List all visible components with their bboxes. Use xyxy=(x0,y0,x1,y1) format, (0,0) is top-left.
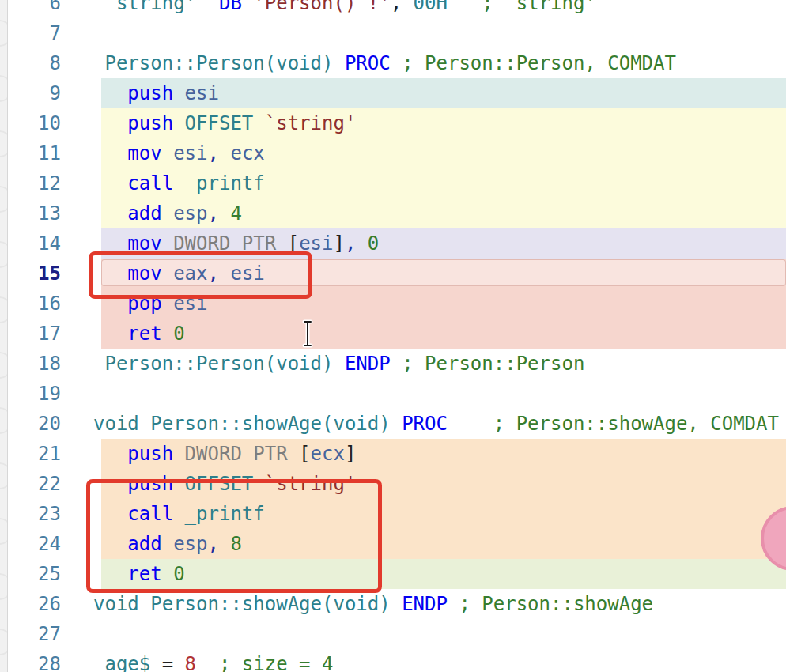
token-teal: void Person::showAge(void) xyxy=(93,593,391,615)
code-line-24[interactable]: 24 add esp, 8 xyxy=(8,529,786,559)
code-text[interactable]: Person::Person(void) ENDP ; Person::Pers… xyxy=(93,349,584,379)
token-kw: PROC xyxy=(402,413,448,435)
token-pl xyxy=(391,52,402,74)
token-teal: _printf xyxy=(185,503,265,525)
token-pl xyxy=(162,142,173,164)
token-pl xyxy=(93,503,127,525)
token-num: 8 xyxy=(230,533,241,555)
token-cmt: ; `string' xyxy=(482,0,596,14)
code-line-8[interactable]: 8 Person::Person(void) PROC ; Person::Pe… xyxy=(8,48,786,78)
code-line-14[interactable]: 14 mov DWORD PTR [esi], 0 xyxy=(8,228,786,259)
line-number-20[interactable]: 20 xyxy=(8,409,61,439)
line-number-23[interactable]: 23 xyxy=(8,499,61,529)
token-teal: OFFSET xyxy=(185,473,254,495)
strip-pattern-circle xyxy=(0,629,8,655)
line-number-8[interactable]: 8 xyxy=(8,48,61,78)
line-number-17[interactable]: 17 xyxy=(8,319,61,349)
code-line-11[interactable]: 11 mov esi, ecx xyxy=(8,138,786,168)
token-pl xyxy=(93,262,127,285)
code-text[interactable]: ret 0 xyxy=(93,319,185,349)
code-line-20[interactable]: 20void Person::showAge(void) PROC ; Pers… xyxy=(8,409,786,439)
code-text[interactable]: mov esi, ecx xyxy=(93,138,265,168)
code-text[interactable]: call _printf xyxy=(93,499,265,529)
token-kw: push xyxy=(127,473,173,495)
token-str: `string' xyxy=(265,112,357,134)
code-text[interactable]: void Person::showAge(void) PROC ; Person… xyxy=(93,409,779,439)
token-pl xyxy=(93,653,104,672)
token-reg: esi xyxy=(185,82,219,104)
line-number-13[interactable]: 13 xyxy=(8,198,61,228)
token-pl xyxy=(391,593,402,615)
token-pl xyxy=(391,353,402,375)
line-number-22[interactable]: 22 xyxy=(8,469,61,499)
token-teal: void Person::showAge(void) xyxy=(93,413,391,435)
code-text[interactable]: call _printf xyxy=(93,168,265,198)
line-number-25[interactable]: 25 xyxy=(8,559,61,589)
token-pl xyxy=(93,112,127,134)
line-number-10[interactable]: 10 xyxy=(8,108,61,138)
line-number-26[interactable]: 26 xyxy=(8,589,61,619)
code-line-19[interactable]: 19 xyxy=(8,379,786,409)
line-number-28[interactable]: 28 xyxy=(8,649,61,672)
token-reg: esp xyxy=(173,202,207,225)
code-text[interactable]: pop esi xyxy=(93,289,208,319)
code-text[interactable]: push OFFSET `string' xyxy=(93,108,356,138)
code-text[interactable]: mov eax, esi xyxy=(93,259,265,289)
token-pl: , xyxy=(391,0,414,14)
code-text[interactable]: `string' DB 'Person() !', 00H ; `string' xyxy=(93,0,596,18)
code-line-17[interactable]: 17 ret 0 xyxy=(8,319,786,349)
line-number-6[interactable]: 6 xyxy=(8,0,61,18)
code-text[interactable]: push OFFSET `string' xyxy=(93,469,356,499)
code-line-12[interactable]: 12 call _printf xyxy=(8,168,786,198)
code-line-26[interactable]: 26void Person::showAge(void) ENDP ; Pers… xyxy=(8,589,786,619)
code-line-7[interactable]: 7 xyxy=(8,18,786,48)
code-text[interactable]: age$ = 8 ; size = 4 xyxy=(93,649,333,672)
code-text[interactable]: push esi xyxy=(93,78,219,108)
token-reg: esp xyxy=(173,533,207,555)
code-line-23[interactable]: 23 call _printf xyxy=(8,499,786,529)
code-text[interactable]: add esp, 8 xyxy=(93,529,242,559)
line-number-18[interactable]: 18 xyxy=(8,349,61,379)
code-line-6[interactable]: 6 `string' DB 'Person() !', 00H ; `strin… xyxy=(8,0,786,18)
token-kw: ENDP xyxy=(402,593,448,615)
code-line-9[interactable]: 9 push esi xyxy=(8,78,786,108)
code-text[interactable]: void Person::showAge(void) ENDP ; Person… xyxy=(93,589,653,619)
code-line-25[interactable]: 25 ret 0 xyxy=(8,559,786,589)
code-line-27[interactable]: 27 xyxy=(8,619,786,649)
token-pl xyxy=(93,533,127,555)
token-pl xyxy=(93,202,127,225)
line-number-27[interactable]: 27 xyxy=(8,619,61,649)
token-pl: [ xyxy=(288,443,311,465)
line-number-14[interactable]: 14 xyxy=(8,228,61,259)
token-cmt: ; Person::Person, COMDAT xyxy=(402,52,676,74)
token-pl xyxy=(93,52,104,74)
code-editor-pane[interactable]: 6 `string' DB 'Person() !', 00H ; `strin… xyxy=(8,0,786,672)
line-number-7[interactable]: 7 xyxy=(8,18,61,48)
token-pl xyxy=(173,82,184,104)
line-number-9[interactable]: 9 xyxy=(8,78,61,108)
code-line-15[interactable]: 15 mov eax, esi xyxy=(8,259,786,289)
line-number-16[interactable]: 16 xyxy=(8,289,61,319)
line-number-11[interactable]: 11 xyxy=(8,138,61,168)
code-text[interactable]: push DWORD PTR [ecx] xyxy=(93,439,356,469)
line-number-21[interactable]: 21 xyxy=(8,439,61,469)
code-line-13[interactable]: 13 add esp, 4 xyxy=(8,198,786,228)
line-number-15[interactable]: 15 xyxy=(8,259,61,289)
token-pl xyxy=(448,0,482,14)
code-line-10[interactable]: 10 push OFFSET `string' xyxy=(8,108,786,138)
token-pl xyxy=(93,172,127,194)
line-number-24[interactable]: 24 xyxy=(8,529,61,559)
line-number-12[interactable]: 12 xyxy=(8,168,61,198)
code-line-18[interactable]: 18 Person::Person(void) ENDP ; Person::P… xyxy=(8,349,786,379)
code-text[interactable]: add esp, 4 xyxy=(93,198,242,228)
code-text[interactable]: Person::Person(void) PROC ; Person::Pers… xyxy=(93,48,676,78)
code-text[interactable]: ret 0 xyxy=(93,559,185,589)
token-cmt: ; size = 4 xyxy=(219,653,334,672)
line-number-19[interactable]: 19 xyxy=(8,379,61,409)
code-line-28[interactable]: 28 age$ = 8 ; size = 4 xyxy=(8,649,786,672)
token-pl xyxy=(242,0,253,14)
code-line-16[interactable]: 16 pop esi xyxy=(8,289,786,319)
code-text[interactable]: mov DWORD PTR [esi], 0 xyxy=(93,228,379,259)
code-line-22[interactable]: 22 push OFFSET `string' xyxy=(8,469,786,499)
code-line-21[interactable]: 21 push DWORD PTR [ecx] xyxy=(8,439,786,469)
